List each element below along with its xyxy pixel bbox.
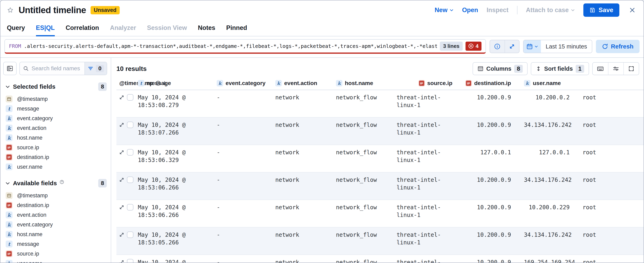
tab-query[interactable]: Query [7, 20, 25, 36]
keyword-token-icon: k [6, 163, 12, 170]
cell-source.ip: 10.200.0.9 [462, 255, 521, 263]
expand-event-icon[interactable] [119, 94, 124, 100]
expand-event-icon[interactable] [119, 232, 124, 238]
grid-body: May 10, 2024 @ 18:53:08.279-networknetwo… [116, 90, 644, 263]
field-item-user.name[interactable]: kuser.name [0, 259, 111, 263]
filter-icon [88, 66, 94, 71]
field-item-host.name[interactable]: khost.name [0, 230, 111, 239]
cell-host.name: threat-intel-linux-1 [394, 118, 462, 145]
field-item-message[interactable]: tmessage [0, 239, 111, 249]
column-header-destination.ip[interactable]: IPdestination.ip [462, 80, 521, 86]
date-picker-calendar-button[interactable] [524, 40, 541, 53]
row-checkbox[interactable] [127, 149, 134, 156]
field-item-source.ip[interactable]: IPsource.ip [0, 249, 111, 259]
tab-pinned[interactable]: Pinned [226, 20, 247, 36]
favorite-star-icon[interactable] [6, 6, 14, 14]
refresh-button[interactable]: Refresh [596, 40, 640, 53]
table-row: May 10, 2024 @ 18:53:06.266-networknetwo… [116, 200, 644, 228]
close-icon[interactable] [628, 6, 637, 14]
column-header-event.category[interactable]: kevent.category [214, 80, 272, 86]
row-controls [116, 90, 135, 117]
field-item-event.action[interactable]: kevent.action [0, 210, 111, 220]
expand-event-icon[interactable] [119, 204, 124, 210]
cell-event.action: network_flow [333, 200, 394, 227]
chevron-down-icon [534, 45, 538, 48]
field-item-destination.ip[interactable]: IPdestination.ip [0, 200, 111, 210]
cell-destination.ip: 34.134.176.242 [521, 173, 580, 200]
field-filter-button[interactable]: 0 [84, 62, 107, 75]
row-checkbox[interactable] [127, 177, 134, 183]
tab-es-ql[interactable]: ES|QL [36, 20, 55, 36]
esql-query-editor[interactable]: FROM .alerts-security.alerts-default,apm… [4, 39, 486, 54]
open-button[interactable]: Open [462, 6, 478, 14]
expand-event-icon[interactable] [119, 149, 124, 155]
cell-@timestamp: May 10, 2024 @ 18:53:08.279 [135, 90, 214, 117]
row-controls [116, 228, 135, 255]
help-icon [60, 180, 64, 184]
inspect-button[interactable]: Inspect [486, 6, 508, 14]
expand-event-icon[interactable] [119, 259, 124, 263]
expand-diagonal-icon [509, 43, 515, 49]
column-header-event.action[interactable]: kevent.action [272, 80, 333, 86]
topbar-actions: New Open Inspect Attach to case Save [434, 3, 637, 17]
column-header-user.name[interactable]: kuser.name [521, 80, 580, 86]
collapse-sidebar-button[interactable] [3, 62, 16, 75]
field-label: source.ip [17, 251, 39, 257]
column-header-message[interactable]: tmessage [135, 80, 214, 86]
ip-token-icon: IP [6, 154, 12, 161]
time-range-label[interactable]: Last 15 minutes [541, 43, 592, 50]
field-item-@timestamp[interactable]: @timestamp [0, 94, 111, 104]
cell-destination.ip: 34.134.176.242 [521, 118, 580, 145]
error-count-badge[interactable]: 4 [466, 42, 481, 51]
field-item-event.category[interactable]: kevent.category [0, 114, 111, 123]
columns-button[interactable]: Columns 8 [472, 62, 528, 75]
keyboard-shortcuts-button[interactable] [593, 63, 608, 75]
save-button[interactable]: Save [583, 3, 619, 17]
sort-fields-button[interactable]: Sort fields 1 [531, 62, 589, 75]
column-header-@timestamp[interactable]: @timestamp [116, 80, 135, 86]
fullscreen-icon [628, 66, 634, 72]
row-checkbox[interactable] [127, 204, 134, 211]
field-item-event.category[interactable]: kevent.category [0, 220, 111, 230]
ip-token-icon: IP [6, 250, 12, 257]
expand-event-icon[interactable] [119, 122, 124, 128]
display-options-button[interactable] [608, 63, 624, 75]
row-checkbox[interactable] [127, 259, 134, 263]
field-item-user.name[interactable]: kuser.name [0, 162, 111, 172]
field-item-host.name[interactable]: khost.name [0, 133, 111, 143]
available-fields-list: @timestampIPdestination.ipkevent.actionk… [0, 191, 111, 263]
search-placeholder: Search field names [32, 65, 84, 72]
date-token-icon [6, 192, 12, 199]
expand-editor-button[interactable] [504, 40, 519, 53]
column-label: event.action [284, 80, 317, 86]
row-controls [116, 118, 135, 145]
keyword-token-icon: k [6, 115, 12, 122]
field-item-event.action[interactable]: kevent.action [0, 123, 111, 133]
column-label: destination.ip [474, 80, 511, 86]
query-info-button[interactable] [490, 40, 504, 53]
field-search-input[interactable]: Search field names 0 [20, 62, 107, 75]
field-item-destination.ip[interactable]: IPdestination.ip [0, 152, 111, 162]
selected-fields-heading[interactable]: Selected fields 8 [0, 82, 111, 91]
row-checkbox[interactable] [127, 232, 134, 238]
field-item-source.ip[interactable]: IPsource.ip [0, 143, 111, 152]
expand-event-icon[interactable] [119, 177, 124, 183]
tab-session-view[interactable]: Session View [147, 20, 187, 36]
field-item-message[interactable]: tmessage [0, 104, 111, 114]
row-checkbox[interactable] [127, 94, 134, 101]
field-item-@timestamp[interactable]: @timestamp [0, 191, 111, 200]
row-checkbox[interactable] [127, 122, 134, 128]
attach-to-case-button[interactable]: Attach to case [526, 6, 575, 14]
column-header-host.name[interactable]: khost.name [333, 80, 394, 86]
cell-message: - [214, 90, 272, 117]
column-header-source.ip[interactable]: IPsource.ip [394, 80, 462, 86]
tab-correlation[interactable]: Correlation [66, 20, 99, 36]
available-fields-heading[interactable]: Available fields 8 [0, 179, 111, 188]
fullscreen-button[interactable] [624, 63, 639, 75]
new-button[interactable]: New [434, 6, 454, 14]
text-token-icon: t [138, 80, 144, 86]
tab-analyzer[interactable]: Analyzer [110, 20, 136, 36]
tab-notes[interactable]: Notes [198, 20, 215, 36]
selected-fields-count: 8 [98, 82, 107, 91]
results-bar: 10 results Columns 8 Sort fields [116, 62, 644, 75]
